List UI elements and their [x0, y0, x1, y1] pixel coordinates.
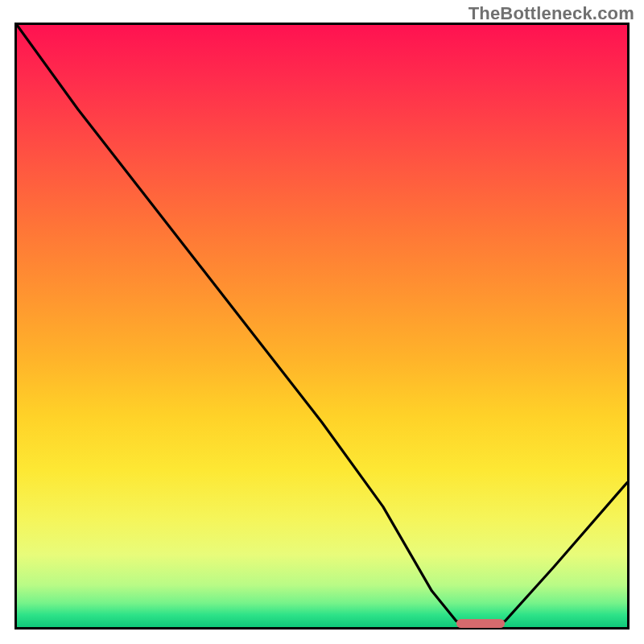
minimum-marker	[456, 619, 506, 628]
watermark-text: TheBottleneck.com	[469, 3, 634, 24]
plot-frame	[14, 23, 630, 630]
chart-container: TheBottleneck.com	[0, 0, 644, 644]
gradient-background	[17, 25, 627, 627]
